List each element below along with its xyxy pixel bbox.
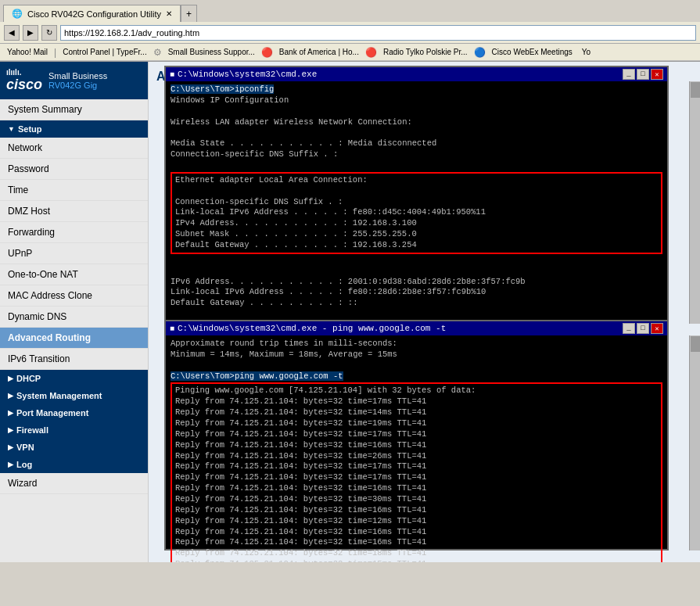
ping-summary: Approximate round trip times in milli-se… (171, 339, 662, 350)
cmd-minimize-1[interactable]: _ (623, 69, 635, 80)
sidebar-item-nat[interactable]: One-to-One NAT (0, 264, 148, 285)
address-bar[interactable] (60, 25, 696, 41)
wizard-label: Wizard (8, 478, 37, 489)
new-tab-button[interactable]: + (181, 5, 197, 22)
eth-line-3: Link-local IPv6 Address . . . . . : fe80… (175, 207, 658, 218)
ping-stats: Minimum = 14ms, Maximum = 18ms, Average … (171, 350, 662, 360)
bookmark-boa[interactable]: Bank of America | Ho... (276, 47, 362, 57)
sidebar-section-sys-mgmt[interactable]: ▶ System Management (0, 387, 148, 404)
sidebar-item-forwarding[interactable]: Forwarding (0, 222, 148, 243)
cisco-model: RV042G Gig (48, 81, 107, 90)
tab-close-button[interactable]: ✕ (166, 9, 172, 18)
ping-reply-2: Reply from 74.125.21.104: bytes=32 time=… (175, 418, 658, 429)
eth-line-5: Subnet Mask . . . . . . . . . . . : 255.… (175, 229, 658, 240)
sys-mgmt-label: System Management (16, 391, 102, 400)
cmd-titlebar-2: ■ C:\Windows\system32\cmd.exe - ping www… (166, 321, 667, 335)
sidebar-section-vpn[interactable]: ▶ VPN (0, 439, 148, 456)
sidebar-item-advanced-routing[interactable]: Advanced Routing (0, 328, 148, 349)
sidebar-section-port-mgmt[interactable]: ▶ Port Management (0, 404, 148, 421)
sidebar-section-dhcp[interactable]: ▶ DHCP (0, 370, 148, 387)
ping-reply-3: Reply from 74.125.21.104: bytes=32 time=… (175, 429, 658, 440)
cmd-icon-1: ■ (170, 70, 174, 79)
sidebar-item-upnp[interactable]: UPnP (0, 243, 148, 264)
cmd1-scroll-thumb[interactable] (691, 82, 700, 98)
main-layout: ılıılı. cisco Small Business RV042G Gig … (0, 62, 700, 562)
dhcp-label: DHCP (16, 374, 41, 383)
bookmark-webex[interactable]: Cisco WebEx Meetings (489, 47, 576, 57)
refresh-button[interactable]: ↻ (41, 25, 57, 41)
sidebar-item-network[interactable]: Network (0, 138, 148, 159)
cmd-title-left-1: ■ C:\Windows\system32\cmd.exe (170, 70, 317, 79)
cmd-line-7 (171, 160, 662, 171)
sidebar-item-dmz[interactable]: DMZ Host (0, 201, 148, 222)
ping-reply-9: Reply from 74.125.21.104: bytes=32 time=… (175, 494, 658, 505)
sidebar-item-time[interactable]: Time (0, 180, 148, 201)
cmd-minimize-2[interactable]: _ (623, 323, 635, 334)
cmd-title-text-2: C:\Windows\system32\cmd.exe - ping www.g… (178, 324, 446, 333)
ping-reply-6: Reply from 74.125.21.104: bytes=32 time=… (175, 461, 658, 472)
ping-reply-10: Reply from 74.125.21.104: bytes=32 time=… (175, 505, 658, 516)
sidebar-section-setup[interactable]: ▼ Setup (0, 120, 148, 138)
network-label: Network (8, 142, 42, 153)
cmd-line-tunnel4: IPv6 Address. . . . . . . . . . . : 2001… (171, 277, 662, 288)
cmd-line-tunnel6: Default Gateway . . . . . . . . . : :: (171, 298, 662, 309)
ping-reply-4: Reply from 74.125.21.104: bytes=32 time=… (175, 440, 658, 451)
ping-highlight: C:\Users\Tom>ping www.google.com -t (171, 371, 343, 381)
ping-reply-14: Reply from 74.125.21.104: bytes=32 time=… (175, 548, 658, 559)
ping-reply-0: Reply from 74.125.21.104: bytes=32 time=… (175, 396, 658, 407)
cmd-content-1: C:\Users\Tom>ipconfig Windows IP Configu… (166, 81, 667, 312)
log-label: Log (16, 460, 32, 469)
cmd-close-2[interactable]: ✕ (651, 323, 663, 334)
browser-tab[interactable]: 🌐 Cisco RV042G Configuration Utility ✕ (3, 5, 181, 22)
cmd2-scroll-thumb[interactable] (691, 336, 700, 352)
eth-line-1 (175, 186, 658, 197)
cmd-line-tunnel (171, 255, 662, 266)
cmd-line-tunnel3 (171, 266, 662, 277)
cmd-close-1[interactable]: ✕ (651, 69, 663, 80)
sidebar-item-system-summary[interactable]: System Summary (0, 99, 148, 120)
cmd1-scrollbar[interactable] (689, 81, 700, 324)
cmd-line-4 (171, 127, 662, 138)
ping-reply-7: Reply from 74.125.21.104: bytes=32 time=… (175, 472, 658, 483)
back-button[interactable]: ◀ (4, 25, 20, 41)
port-mgmt-label: Port Management (16, 408, 88, 418)
vpn-arrow-icon: ▶ (8, 443, 13, 451)
eth-line-4: IPv4 Address. . . . . . . . . . . : 192.… (175, 218, 658, 229)
sidebar-section-firewall[interactable]: ▶ Firewall (0, 421, 148, 439)
cmd-maximize-2[interactable]: □ (637, 323, 649, 334)
system-summary-label: System Summary (8, 104, 82, 115)
cmd2-scrollbar[interactable] (689, 335, 700, 550)
cmd-window-ping: ■ C:\Windows\system32\cmd.exe - ping www… (164, 320, 669, 550)
cmd-line-1: Windows IP Configuration (171, 95, 662, 106)
cmd-line-3: Wireless LAN adapter Wireless Network Co… (171, 117, 662, 128)
cisco-product-line: Small Business (48, 71, 107, 81)
nav-bar: ◀ ▶ ↻ (0, 22, 700, 44)
bookmark-yo[interactable]: Yo (579, 47, 594, 57)
sidebar-item-ipv6[interactable]: IPv6 Transition (0, 349, 148, 370)
ping-reply-13: Reply from 74.125.21.104: bytes=32 time=… (175, 537, 658, 548)
cmd-maximize-1[interactable]: □ (637, 69, 649, 80)
bookmark-radio[interactable]: Radio Tylko Polskie Pr... (380, 47, 471, 57)
sidebar-section-log[interactable]: ▶ Log (0, 456, 148, 473)
cmd-content-2: Approximate round trip times in milli-se… (166, 335, 667, 562)
cisco-brand-top: ılıılı. (6, 68, 42, 77)
bookmark-small-business[interactable]: Small Business Suppor... (165, 47, 258, 57)
tab-bar: 🌐 Cisco RV042G Configuration Utility ✕ + (0, 0, 700, 22)
sidebar-item-wizard[interactable]: Wizard (0, 473, 148, 494)
nat-label: One-to-One NAT (8, 269, 78, 280)
bookmark-yahoo[interactable]: Yahoo! Mail (4, 47, 51, 57)
sidebar-item-mac-clone[interactable]: MAC Address Clone (0, 285, 148, 307)
eth-header: Ethernet adapter Local Area Connection: (175, 175, 658, 186)
ping-start: Pinging www.google.com [74.125.21.104] w… (175, 385, 658, 396)
dynamic-dns-label: Dynamic DNS (8, 311, 66, 322)
forwarding-label: Forwarding (8, 227, 55, 238)
sidebar-item-password[interactable]: Password (0, 159, 148, 180)
bookmark-control-panel[interactable]: Control Panel | TypeFr... (59, 47, 149, 57)
forward-button[interactable]: ▶ (23, 25, 38, 41)
sidebar: ılıılı. cisco Small Business RV042G Gig … (0, 62, 149, 562)
eth-line-2: Connection-specific DNS Suffix . : (175, 197, 658, 208)
cmd-line-6: Connection-specific DNS Suffix . : (171, 149, 662, 160)
cmd-line-2 (171, 106, 662, 117)
dmz-label: DMZ Host (8, 206, 50, 217)
sidebar-item-dynamic-dns[interactable]: Dynamic DNS (0, 307, 148, 328)
